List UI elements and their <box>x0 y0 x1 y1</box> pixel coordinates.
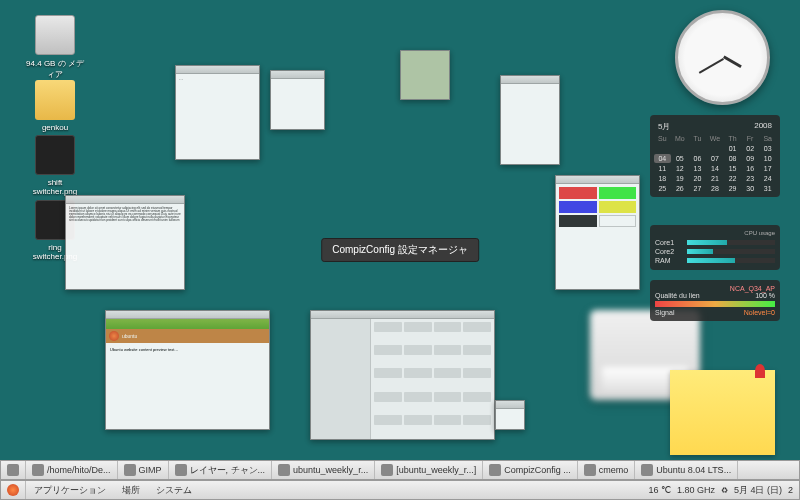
task-button[interactable]: ubuntu_weekly_r... <box>272 461 375 479</box>
system-tray: 16 ℃ 1.80 GHz ♻ 5月 4日 (日) 2 <box>642 484 799 497</box>
app-icon <box>124 464 136 476</box>
task-button[interactable]: /home/hito/De... <box>26 461 118 479</box>
desktop-icon-image[interactable]: shift switcher.png <box>25 135 85 196</box>
show-desktop-button[interactable] <box>1 461 26 479</box>
app-icon <box>584 464 596 476</box>
window-thumbnail-gimp[interactable] <box>555 175 640 290</box>
task-button[interactable]: CompizConfig ... <box>483 461 578 479</box>
calendar-grid: SuMoTuWeThFrSa01020304050607080910111213… <box>654 134 776 193</box>
sysmon-title: CPU usage <box>655 230 775 236</box>
icon-label: shift switcher.png <box>25 178 85 196</box>
tray-date[interactable]: 5月 4日 (日) <box>734 484 782 497</box>
app-icon <box>489 464 501 476</box>
tray-temp[interactable]: 16 ℃ <box>648 485 671 495</box>
menu-applications[interactable]: アプリケーション <box>26 484 114 497</box>
app-icon <box>381 464 393 476</box>
calendar-year: 2008 <box>754 121 772 132</box>
sysmon-widget[interactable]: CPU usage Core1Core2RAM <box>650 225 780 270</box>
icon-label: 94.4 GB の メディア <box>25 58 85 80</box>
clock-widget[interactable] <box>675 10 770 105</box>
desktop-icon-folder[interactable]: genkou <box>25 80 85 132</box>
task-button[interactable]: Ubuntu 8.04 LTS... <box>635 461 738 479</box>
app-icon <box>175 464 187 476</box>
menu-system[interactable]: システム <box>148 484 200 497</box>
window-thumbnail-firefox[interactable]: ubuntu Ubuntu website content preview te… <box>105 310 270 430</box>
task-button[interactable]: レイヤー, チャン... <box>169 461 273 479</box>
window-thumbnail[interactable]: … <box>175 65 260 160</box>
ubuntu-logo-icon <box>7 484 19 496</box>
image-icon <box>35 135 75 175</box>
switcher-tooltip: CompizConfig 設定マネージャ <box>321 238 479 262</box>
calendar-month: 5月 <box>658 121 670 132</box>
icon-label: genkou <box>25 123 85 132</box>
tray-cpu[interactable]: 1.80 GHz <box>677 485 715 495</box>
desktop[interactable]: 94.4 GB の メディア genkou shift switcher.png… <box>0 0 800 500</box>
wifi-quality-bar <box>655 301 775 307</box>
wifi-widget[interactable]: NCA_Q34_AP Qualité du lien100 % SignalNo… <box>650 280 780 321</box>
window-thumbnail-text[interactable]: Lorem ipsum dolor sit amet consectetur a… <box>65 195 185 290</box>
main-menu-button[interactable] <box>1 481 26 499</box>
app-icon <box>278 464 290 476</box>
window-thumbnail[interactable] <box>400 50 450 100</box>
tray-time[interactable]: 2 <box>788 485 793 495</box>
sticky-note-widget[interactable] <box>670 370 775 455</box>
task-button[interactable]: GIMP <box>118 461 169 479</box>
calendar-widget[interactable]: 5月 2008 SuMoTuWeThFrSa010203040506070809… <box>650 115 780 197</box>
app-icon <box>32 464 44 476</box>
window-thumbnail[interactable] <box>270 70 325 130</box>
drive-icon <box>35 15 75 55</box>
menu-panel[interactable]: アプリケーション 場所 システム 16 ℃ 1.80 GHz ♻ 5月 4日 (… <box>0 480 800 500</box>
desktop-icon <box>7 464 19 476</box>
window-thumbnail-ccsm[interactable] <box>310 310 495 440</box>
desktop-icon-drive[interactable]: 94.4 GB の メディア <box>25 15 85 80</box>
menu-places[interactable]: 場所 <box>114 484 148 497</box>
wifi-ssid: NCA_Q34_AP <box>655 285 775 292</box>
task-button[interactable]: cmemo <box>578 461 636 479</box>
pushpin-icon <box>755 364 765 378</box>
app-icon <box>641 464 653 476</box>
window-thumbnail-small[interactable] <box>495 400 525 430</box>
taskbar[interactable]: /home/hito/De...GIMPレイヤー, チャン...ubuntu_w… <box>0 460 800 480</box>
window-thumbnail[interactable] <box>500 75 560 165</box>
folder-icon <box>35 80 75 120</box>
task-button[interactable]: [ubuntu_weekly_r...] <box>375 461 483 479</box>
